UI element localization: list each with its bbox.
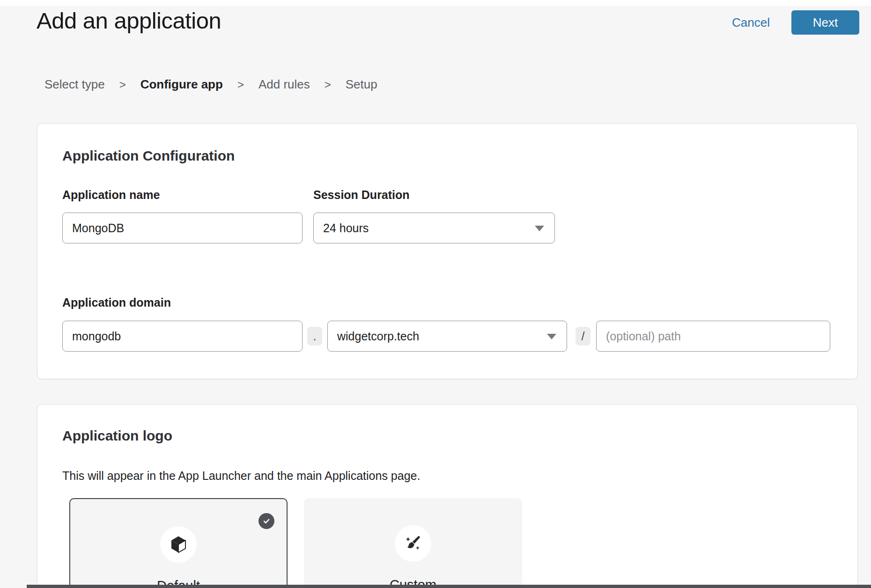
application-domain-label: Application domain (62, 296, 171, 309)
cube-icon (160, 526, 197, 563)
breadcrumb-separator: > (119, 78, 126, 91)
chevron-down-icon (535, 226, 544, 231)
session-duration-select[interactable]: 24 hours (313, 213, 555, 243)
session-duration-value: 24 hours (323, 221, 369, 235)
application-logo-description: This will appear in the App Launcher and… (62, 469, 420, 483)
breadcrumb-step-add-rules[interactable]: Add rules (258, 77, 310, 92)
cancel-button[interactable]: Cancel (732, 15, 770, 30)
breadcrumb-step-setup[interactable]: Setup (346, 77, 377, 92)
application-name-input[interactable] (62, 213, 303, 243)
domain-select[interactable]: widgetcorp.tech (327, 321, 567, 352)
chevron-down-icon (547, 334, 556, 339)
application-domain-row: . widgetcorp.tech / (62, 321, 830, 352)
breadcrumb-separator: > (325, 78, 331, 91)
application-logo-heading: Application logo (62, 428, 172, 444)
window-top-strip (0, 0, 871, 6)
paintbrush-icon (395, 525, 431, 562)
bottom-window-edge (27, 585, 871, 588)
application-configuration-heading: Application Configuration (62, 148, 235, 164)
header-actions: Cancel Next (732, 10, 859, 35)
next-button[interactable]: Next (791, 10, 859, 35)
slash-separator: / (576, 327, 591, 345)
page-title: Add an application (37, 7, 221, 34)
application-configuration-card: Application Configuration Application na… (37, 123, 858, 379)
session-duration-label: Session Duration (313, 188, 410, 202)
domain-value: widgetcorp.tech (337, 330, 419, 343)
logo-option-default[interactable]: Default (69, 498, 288, 588)
subdomain-input[interactable] (62, 321, 303, 352)
selected-check-icon (258, 513, 274, 529)
application-name-label: Application name (62, 188, 160, 202)
path-input[interactable] (596, 321, 830, 352)
dot-separator: . (307, 327, 322, 345)
logo-option-tiles: Default Custom (69, 498, 522, 588)
breadcrumb-step-configure-app[interactable]: Configure app (140, 77, 223, 92)
application-logo-card: Application logo This will appear in the… (37, 404, 858, 588)
breadcrumb-step-select-type[interactable]: Select type (44, 77, 105, 92)
breadcrumb: Select type > Configure app > Add rules … (44, 77, 377, 92)
breadcrumb-separator: > (237, 78, 244, 91)
logo-option-custom[interactable]: Custom (304, 498, 522, 588)
